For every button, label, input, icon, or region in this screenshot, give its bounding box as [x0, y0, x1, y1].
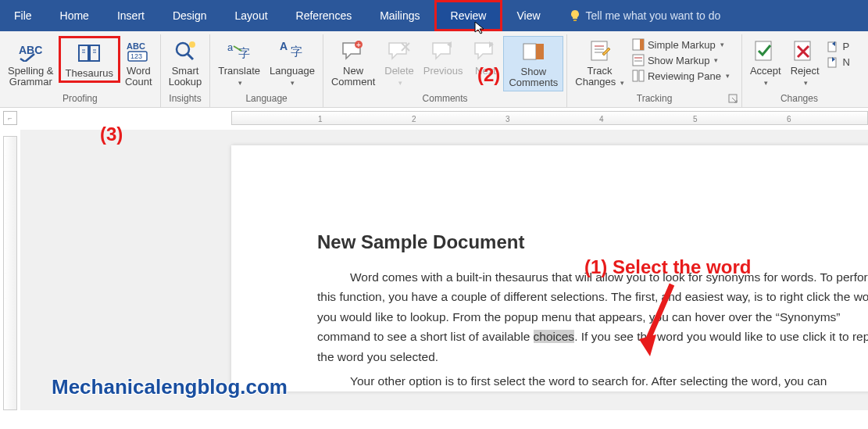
svg-rect-22	[523, 44, 536, 59]
svg-text:A: A	[280, 40, 288, 52]
tell-me-search[interactable]: Tell me what you want to do	[555, 0, 721, 31]
svg-rect-33	[633, 70, 638, 81]
spelling-grammar-button[interactable]: ABC Spelling & Grammar	[3, 36, 59, 90]
document-area: New Sample Document Word comes with a bu…	[0, 130, 868, 410]
svg-text:ABC: ABC	[19, 44, 42, 56]
group-tracking-label: Tracking	[570, 91, 738, 107]
reject-button[interactable]: Reject▾	[786, 36, 824, 90]
group-changes: Accept▾ Reject▾ P N Changes	[742, 34, 856, 107]
group-comments-label: Comments	[327, 91, 563, 107]
ruler-area: ⌐ 1 2 3 4 5 6	[0, 108, 868, 130]
ruler-corner: ⌐	[3, 111, 17, 125]
vertical-ruler[interactable]	[0, 130, 20, 410]
ribbon: ABC Spelling & Grammar Thesaurus ABC123 …	[0, 31, 868, 108]
tab-view[interactable]: View	[502, 0, 554, 31]
svg-line-12	[188, 54, 193, 59]
previous-comment-icon	[430, 40, 456, 62]
show-comments-label: Show Comments	[509, 66, 558, 89]
tab-file[interactable]: File	[0, 0, 46, 31]
tab-insert[interactable]: Insert	[103, 0, 159, 31]
markup-view-icon	[632, 38, 645, 51]
previous-comment-label: Previous	[423, 66, 463, 77]
group-language: a字 Translate▾ A字 Language▾ Language	[210, 34, 323, 107]
thesaurus-button[interactable]: Thesaurus	[59, 36, 120, 83]
smart-lookup-icon	[172, 40, 198, 62]
show-comments-button[interactable]: Show Comments	[503, 36, 563, 91]
next-comment-label: Next	[475, 66, 496, 77]
svg-rect-3	[90, 45, 99, 61]
track-changes-icon	[587, 40, 613, 62]
document-title: New Sample Document	[317, 231, 868, 253]
svg-rect-2	[79, 45, 88, 61]
svg-rect-34	[639, 70, 644, 81]
group-insights: Smart Lookup Insights	[161, 34, 211, 107]
accept-icon	[752, 40, 779, 62]
group-proofing-label: Proofing	[3, 91, 157, 107]
previous-comment-button[interactable]: Previous	[419, 36, 468, 78]
group-proofing: ABC Spelling & Grammar Thesaurus ABC123 …	[0, 34, 161, 107]
new-comment-button[interactable]: + New Comment	[327, 36, 380, 90]
smart-lookup-label: Smart Lookup	[169, 66, 202, 88]
tab-references[interactable]: References	[282, 0, 366, 31]
document-page[interactable]: New Sample Document Word comes with a bu…	[231, 145, 868, 391]
tell-me-placeholder: Tell me what you want to do	[586, 9, 721, 22]
svg-text:ABC: ABC	[127, 41, 145, 51]
ribbon-tabstrip: File Home Insert Design Layout Reference…	[0, 0, 868, 31]
next-comment-icon	[472, 40, 498, 62]
thesaurus-label: Thesaurus	[66, 68, 113, 79]
reviewing-pane-label: Reviewing Pane	[648, 70, 721, 82]
delete-comment-label: Delete▾	[384, 66, 414, 88]
tab-review[interactable]: Review	[434, 0, 503, 31]
language-button[interactable]: A字 Language▾	[265, 36, 320, 90]
reviewing-pane-dropdown[interactable]: Reviewing Pane ▾	[629, 69, 738, 83]
svg-rect-30	[633, 55, 644, 66]
next-change-button[interactable]: N	[824, 55, 853, 69]
next-comment-button[interactable]: Next	[467, 36, 503, 78]
group-comments: + New Comment Delete▾ Previous Next Show…	[323, 34, 567, 107]
svg-rect-23	[536, 44, 544, 59]
prev-change-icon	[827, 40, 840, 52]
language-icon: A字	[279, 40, 305, 62]
reviewing-pane-icon	[632, 70, 645, 82]
show-markup-dropdown[interactable]: Show Markup ▾	[629, 53, 738, 67]
tracking-dialog-launcher[interactable]	[728, 94, 739, 105]
svg-text:字: 字	[291, 45, 302, 58]
svg-text:a: a	[227, 41, 234, 53]
translate-button[interactable]: a字 Translate▾	[213, 36, 265, 90]
track-changes-label: Track Changes ▾	[575, 66, 624, 88]
tab-home[interactable]: Home	[46, 0, 103, 31]
svg-text:字: 字	[238, 46, 250, 59]
paragraph-1: Word comes with a built-in thesaurus tha…	[317, 267, 868, 367]
word-count-icon: ABC123	[125, 40, 152, 62]
horizontal-ruler[interactable]: 1 2 3 4 5 6	[20, 111, 868, 130]
group-changes-label: Changes	[745, 91, 853, 107]
group-language-label: Language	[213, 91, 320, 107]
delete-comment-icon	[386, 40, 413, 62]
svg-rect-36	[755, 41, 771, 60]
selected-word[interactable]: choices	[534, 330, 575, 343]
svg-point-13	[189, 41, 195, 48]
delete-comment-button[interactable]: Delete▾	[380, 36, 419, 90]
translate-label: Translate▾	[218, 66, 260, 88]
accept-button[interactable]: Accept▾	[745, 36, 786, 90]
word-count-button[interactable]: ABC123 Word Count	[120, 36, 157, 90]
svg-rect-29	[640, 39, 644, 50]
lightbulb-icon	[569, 9, 581, 22]
page-scroll[interactable]: New Sample Document Word comes with a bu…	[20, 130, 868, 410]
reject-icon	[791, 40, 818, 62]
new-comment-label: New Comment	[331, 66, 375, 88]
thesaurus-icon	[76, 42, 102, 64]
tab-layout[interactable]: Layout	[221, 0, 282, 31]
spelling-grammar-label: Spelling & Grammar	[8, 66, 54, 88]
smart-lookup-button[interactable]: Smart Lookup	[164, 36, 207, 90]
previous-change-label: P	[843, 41, 850, 52]
track-changes-button[interactable]: Track Changes ▾	[570, 36, 629, 90]
show-markup-label: Show Markup	[648, 55, 709, 66]
display-for-review-dropdown[interactable]: Simple Markup ▾	[629, 38, 738, 52]
tab-design[interactable]: Design	[159, 0, 221, 31]
reject-label: Reject▾	[791, 66, 820, 88]
display-for-review-value: Simple Markup	[648, 39, 716, 51]
next-change-label: N	[843, 56, 850, 68]
tab-mailings[interactable]: Mailings	[366, 0, 434, 31]
previous-change-button[interactable]: P	[824, 39, 853, 53]
